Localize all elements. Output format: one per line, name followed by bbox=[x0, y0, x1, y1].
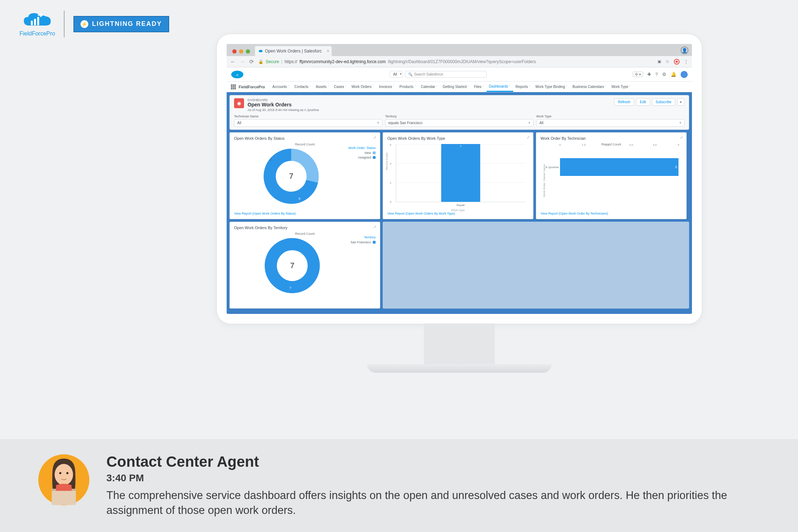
search-scope-dropdown[interactable]: All bbox=[390, 71, 403, 78]
search-icon: 🔍 bbox=[408, 72, 412, 76]
nav-item-assets[interactable]: Assets˅ bbox=[314, 82, 332, 92]
cloud-icon bbox=[21, 11, 53, 31]
nav-item-work-type-binding[interactable]: Work Type Binding˅ bbox=[533, 82, 570, 92]
persona-avatar bbox=[35, 450, 92, 506]
star-icon[interactable]: ☆ bbox=[665, 59, 670, 64]
nav-item-accounts[interactable]: Accounts˅ bbox=[270, 82, 292, 92]
fieldforcepro-logo: FieldForcePro bbox=[20, 11, 55, 37]
menu-icon[interactable]: ⋮ bbox=[684, 59, 688, 64]
nav-item-contacts[interactable]: Contacts˅ bbox=[292, 82, 313, 92]
add-icon[interactable]: ✚ bbox=[647, 72, 651, 77]
close-dot[interactable] bbox=[232, 49, 237, 54]
expand-icon[interactable]: ⤢ bbox=[373, 225, 376, 229]
brand-bar: FieldForcePro ⚡ LIGHTNING READY bbox=[20, 11, 169, 37]
app-launcher-icon[interactable] bbox=[231, 84, 236, 89]
svg-point-10 bbox=[55, 464, 73, 485]
filter-select[interactable]: equals San Francisco bbox=[385, 119, 533, 127]
salesforce-logo[interactable]: sf bbox=[231, 70, 244, 79]
monitor-frame: Open Work Orders | Salesforc × 👤 ← → ⟳ 🔒… bbox=[216, 34, 702, 373]
card-title: Open Work Orders By Work Type bbox=[387, 136, 529, 140]
dashboard-container: ◉ DASHBOARD Open Work Orders As of Aug 3… bbox=[227, 92, 692, 314]
nav-item-files[interactable]: Files˅ bbox=[471, 82, 486, 92]
setup-dropdown[interactable]: ⚙ ▾ bbox=[633, 72, 643, 77]
tab-close-icon[interactable]: × bbox=[327, 49, 329, 54]
view-report-link[interactable]: View Report (Open Work Orders By Status) bbox=[234, 212, 376, 215]
nav-item-getting-started[interactable]: Getting Started˅ bbox=[440, 82, 471, 92]
expand-icon[interactable]: ⤢ bbox=[373, 135, 376, 139]
caption-message: The comprehensive service dashboard offe… bbox=[106, 488, 763, 518]
bell-icon[interactable]: 🔔 bbox=[671, 72, 676, 77]
separator bbox=[64, 11, 65, 37]
svg-rect-13 bbox=[52, 489, 76, 505]
svg-point-11 bbox=[59, 472, 61, 474]
x-axis-label: Work Type bbox=[387, 209, 529, 212]
dashboard-subtitle: As of Aug 30, 2018 8:40 AM·Viewing as A … bbox=[248, 108, 610, 112]
svg-point-3 bbox=[259, 50, 263, 52]
avatar[interactable] bbox=[681, 71, 688, 78]
reload-button[interactable]: ⟳ bbox=[249, 59, 254, 65]
nav-item-products[interactable]: Products˅ bbox=[397, 82, 418, 92]
nav-item-business-calendars[interactable]: Business Calendars˅ bbox=[570, 82, 609, 92]
segment-label-assigned: 5 bbox=[299, 197, 300, 200]
dashboard-header: ◉ DASHBOARD Open Work Orders As of Aug 3… bbox=[229, 95, 689, 130]
refresh-button[interactable]: Refresh bbox=[614, 98, 634, 106]
card-open-by-status: ⤢ Open Work Orders By Status Record Coun… bbox=[229, 132, 380, 219]
maximize-dot[interactable] bbox=[246, 49, 250, 54]
nav-item-dashboards[interactable]: Dashboards˅ bbox=[487, 82, 513, 92]
dashboard-icon: ◉ bbox=[234, 98, 244, 108]
browser-profile-icon[interactable]: 👤 bbox=[681, 46, 688, 54]
nav-item-cases[interactable]: Cases˅ bbox=[332, 82, 349, 92]
subscribe-button[interactable]: Subscribe bbox=[652, 98, 675, 106]
view-report-link[interactable]: View Report (Open Work Orders By Work Ty… bbox=[387, 212, 529, 215]
card-open-by-worktype: ⤢ Open Work Orders By Work Type Record C… bbox=[383, 132, 533, 219]
expand-icon[interactable]: ⤢ bbox=[680, 135, 683, 139]
extension-icon[interactable] bbox=[674, 59, 680, 65]
badge-label: LIGHTNING READY bbox=[92, 20, 162, 28]
more-actions-button[interactable]: ▾ bbox=[677, 98, 685, 106]
donut-total: 7 bbox=[264, 237, 321, 294]
forward-button[interactable]: → bbox=[240, 59, 245, 65]
filter-select[interactable]: All bbox=[234, 119, 382, 127]
bar-value: 5 bbox=[675, 165, 677, 169]
search-input[interactable]: 🔍 Search Salesforce bbox=[405, 71, 487, 78]
svg-rect-1 bbox=[34, 19, 36, 25]
nav-item-reports[interactable]: Reports˅ bbox=[513, 82, 533, 92]
search-placeholder: Search Salesforce bbox=[414, 72, 443, 76]
gear-icon[interactable]: ⚙ bbox=[662, 72, 666, 77]
url-field[interactable]: 🔒 Secure | https://ffpmnrcommunity2-dev-… bbox=[258, 59, 653, 64]
svg-rect-0 bbox=[31, 21, 33, 26]
browser-tabbar: Open Work Orders | Salesforc × 👤 bbox=[227, 44, 692, 56]
bar-chart-worktype: 2 4 6 0 7 Repair bbox=[396, 144, 525, 202]
salesforce-favicon bbox=[259, 49, 263, 53]
card-title: Open Work Orders By Status bbox=[234, 136, 376, 140]
view-report-link[interactable]: View Report (Open Work Order By Technici… bbox=[541, 212, 682, 215]
hbar-technician: 5 A Jyoshna bbox=[560, 158, 678, 176]
y-category: A Jyoshna bbox=[542, 166, 559, 169]
window-controls[interactable] bbox=[232, 49, 250, 54]
help-icon[interactable]: ? bbox=[655, 72, 658, 77]
donut-chart-territory: 7 7 bbox=[264, 237, 321, 294]
back-button[interactable]: ← bbox=[230, 59, 235, 65]
card-title: Open Work Orders By Territory bbox=[234, 226, 376, 230]
card-by-technician: ⤢ Work Order By Technician Record Count … bbox=[536, 132, 687, 219]
metric-label: Record Count bbox=[234, 232, 376, 235]
bar-value: 7 bbox=[460, 145, 461, 148]
filter-select[interactable]: All bbox=[536, 119, 685, 127]
bookmark-icon[interactable]: ▣ bbox=[658, 59, 661, 64]
filter-technician-name: Technician NameAll bbox=[234, 115, 382, 127]
minimize-dot[interactable] bbox=[239, 49, 243, 54]
nav-item-invoices[interactable]: Invoices˅ bbox=[376, 82, 397, 92]
card-title: Work Order By Technician bbox=[541, 136, 682, 140]
metric-label: Record Count bbox=[234, 143, 376, 146]
donut-chart-status: 7 2 5 bbox=[263, 148, 320, 205]
nav-item-calendar[interactable]: Calendar˅ bbox=[419, 82, 440, 92]
browser-tab[interactable]: Open Work Orders | Salesforc × bbox=[255, 46, 332, 56]
url-host: ffpmnrcommunity2-dev-ed.lightning.force.… bbox=[299, 59, 386, 64]
nav-item-work-type[interactable]: Work Type˅ bbox=[609, 82, 633, 92]
expand-icon[interactable]: ⤢ bbox=[527, 135, 530, 139]
card-open-by-territory: ⤢ Open Work Orders By Territory Record C… bbox=[229, 222, 380, 309]
edit-button[interactable]: Edit bbox=[636, 98, 650, 106]
svg-text:sf: sf bbox=[236, 73, 238, 76]
filter-work-type: Work TypeAll bbox=[536, 115, 685, 127]
nav-item-work-orders[interactable]: Work Orders˅ bbox=[349, 82, 377, 92]
